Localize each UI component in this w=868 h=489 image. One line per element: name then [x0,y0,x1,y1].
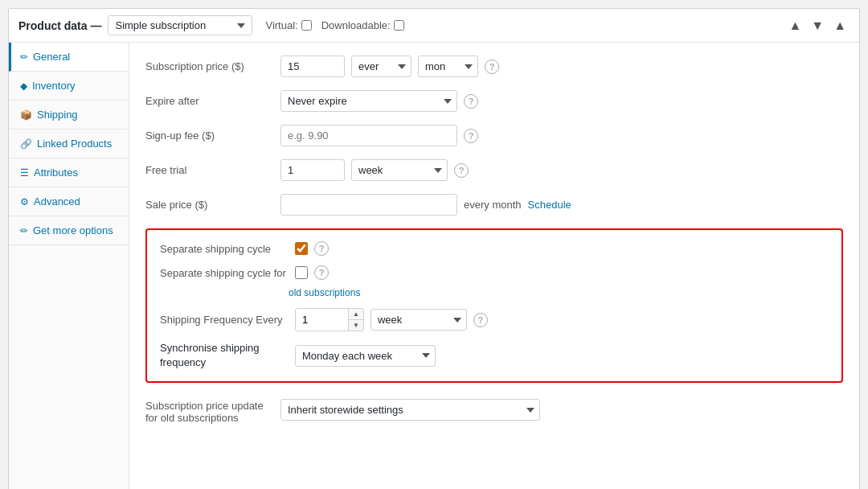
sidebar-item-get-more-options-label: Get more options [33,224,113,236]
free-trial-label: Free trial [145,164,274,176]
shipping-frequency-input[interactable] [296,309,348,331]
pencil-icon: ✏ [20,51,28,63]
sidebar-item-linked-products-label: Linked Products [37,138,112,150]
product-data-header: Product data — Simple subscriptionVariab… [9,9,859,43]
synchronise-shipping-select[interactable]: Monday each week Tuesday each week Wedne… [295,345,436,367]
shipping-icon: 📦 [20,109,32,121]
synchronise-shipping-row: Synchronise shipping frequency Monday ea… [160,341,829,370]
product-data-body: ✏ General ◆ Inventory 📦 Shipping 🔗 Linke… [9,43,859,489]
subscription-price-help-icon: ? [485,60,499,74]
free-trial-unit-select[interactable]: day week month year [351,159,448,181]
list-icon: ☰ [20,167,29,179]
separate-shipping-old-checkbox[interactable] [295,266,308,279]
downloadable-label-text: Downloadable: [321,19,391,31]
virtual-checkbox[interactable] [301,20,312,31]
virtual-label[interactable]: Virtual: [265,19,311,31]
sale-price-row: Sale price ($) every month Schedule [145,194,843,216]
sidebar: ✏ General ◆ Inventory 📦 Shipping 🔗 Linke… [9,43,129,489]
shipping-frequency-help-icon: ? [473,313,488,327]
separate-shipping-cycle-label: Separate shipping cycle [160,243,289,255]
every-month-text: every month [464,199,522,211]
subscription-price-update-row: Subscription price update for old subscr… [145,396,843,424]
gear-icon: ⚙ [20,196,29,208]
sidebar-item-advanced-label: Advanced [34,195,80,208]
separate-shipping-old-row: Separate shipping cycle for ? old subscr… [160,265,829,298]
free-trial-row: Free trial day week month year ? [145,159,843,181]
signup-fee-row: Sign-up fee ($) ? [145,125,843,146]
spinners: ▲ ▼ [348,309,363,331]
sidebar-item-inventory-label: Inventory [32,80,75,92]
virtual-label-text: Virtual: [265,19,297,31]
downloadable-label[interactable]: Downloadable: [321,19,404,31]
spin-up-button[interactable]: ▲ [349,309,363,320]
signup-fee-label: Sign-up fee ($) [145,129,274,142]
star-icon: ✏ [20,225,28,236]
old-subscriptions-link[interactable]: old subscriptions [289,287,360,298]
red-section: Separate shipping cycle ? Separate shipp… [145,228,843,383]
sidebar-item-advanced[interactable]: ⚙ Advanced [9,187,129,216]
spin-down-button[interactable]: ▼ [349,320,363,331]
sidebar-item-general[interactable]: ✏ General [9,43,129,72]
link-icon: 🔗 [20,138,32,150]
close-button[interactable]: ▲ [830,17,850,35]
separate-shipping-old-label: Separate shipping cycle for [160,267,289,279]
sidebar-item-general-label: General [33,51,70,63]
free-trial-input[interactable] [280,159,345,181]
sidebar-item-linked-products[interactable]: 🔗 Linked Products [9,129,129,158]
sale-price-input[interactable] [280,194,457,216]
diamond-icon: ◆ [20,80,27,92]
schedule-link[interactable]: Schedule [528,199,571,211]
main-content: Subscription price ($) ever day week mon… [129,43,859,489]
virtual-downloadable-group: Virtual: Downloadable: [265,19,403,31]
expire-after-help-icon: ? [464,94,478,109]
product-data-title: Product data — [18,19,101,32]
product-type-select[interactable]: Simple subscriptionVariable subscription… [108,15,252,35]
collapse-up-button[interactable]: ▲ [785,17,805,35]
expire-after-select[interactable]: Never expire 1 month 2 months 3 months 6… [280,90,457,112]
separate-shipping-old-help-icon: ? [314,265,329,280]
subscription-price-update-select[interactable]: Inherit storewide settings Do not update… [280,399,540,421]
shipping-frequency-unit-select[interactable]: day week month year [371,309,467,331]
subscription-period-unit-select[interactable]: mon day week [418,55,478,77]
sale-price-label: Sale price ($) [145,199,274,211]
collapse-down-button[interactable]: ▼ [808,17,827,35]
separate-shipping-cycle-checkbox[interactable] [295,242,308,255]
subscription-price-label: Subscription price ($) [145,60,274,72]
synchronise-shipping-label: Synchronise shipping frequency [160,341,289,370]
separate-shipping-cycle-help-icon: ? [314,241,329,256]
separate-shipping-cycle-row: Separate shipping cycle ? [160,241,829,256]
shipping-frequency-number-input: ▲ ▼ [295,308,364,331]
sidebar-item-get-more-options[interactable]: ✏ Get more options [9,216,129,245]
subscription-price-row: Subscription price ($) ever day week mon… [145,55,843,77]
sidebar-item-shipping[interactable]: 📦 Shipping [9,101,129,129]
sidebar-item-attributes-label: Attributes [34,166,78,179]
shipping-frequency-label: Shipping Frequency Every [160,314,289,326]
downloadable-checkbox[interactable] [394,20,404,31]
sidebar-item-shipping-label: Shipping [37,109,78,121]
signup-fee-help-icon: ? [464,129,478,143]
shipping-frequency-row: Shipping Frequency Every ▲ ▼ day week mo… [160,308,829,331]
signup-fee-input[interactable] [280,125,457,146]
expire-after-label: Expire after [145,95,274,107]
expire-after-row: Expire after Never expire 1 month 2 mont… [145,90,843,112]
free-trial-help-icon: ? [454,163,469,178]
subscription-price-input[interactable] [280,55,345,77]
subscription-price-update-label: Subscription price update for old subscr… [145,396,274,424]
header-actions: ▲ ▼ ▲ [785,17,850,35]
subscription-period-select[interactable]: ever day week month year [351,55,411,77]
sidebar-item-attributes[interactable]: ☰ Attributes [9,158,129,187]
product-data-wrapper: Product data — Simple subscriptionVariab… [8,8,860,489]
sidebar-item-inventory[interactable]: ◆ Inventory [9,72,129,101]
